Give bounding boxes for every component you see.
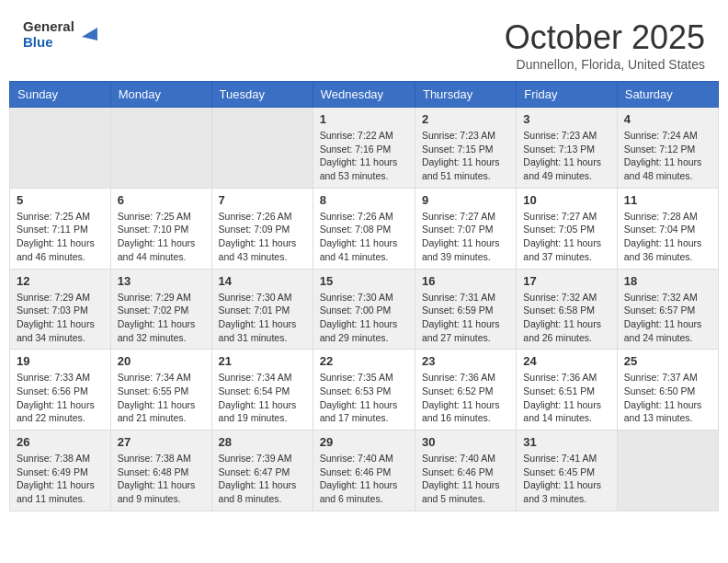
logo-blue: Blue xyxy=(23,34,74,50)
calendar-row: 1Sunrise: 7:22 AMSunset: 7:16 PMDaylight… xyxy=(10,108,719,189)
day-number: 26 xyxy=(17,435,104,449)
day-number: 30 xyxy=(422,435,509,449)
calendar-row: 26Sunrise: 7:38 AMSunset: 6:49 PMDayligh… xyxy=(10,431,719,511)
calendar-cell: 29Sunrise: 7:40 AMSunset: 6:46 PMDayligh… xyxy=(313,431,415,511)
day-info: Sunrise: 7:27 AMSunset: 7:07 PMDaylight:… xyxy=(422,210,509,264)
calendar-cell: 31Sunrise: 7:41 AMSunset: 6:45 PMDayligh… xyxy=(517,431,617,511)
day-info: Sunrise: 7:40 AMSunset: 6:46 PMDaylight:… xyxy=(422,452,509,506)
calendar-cell: 10Sunrise: 7:27 AMSunset: 7:05 PMDayligh… xyxy=(517,188,617,269)
day-number: 21 xyxy=(219,354,306,368)
day-number: 10 xyxy=(523,193,609,207)
calendar-cell: 17Sunrise: 7:32 AMSunset: 6:58 PMDayligh… xyxy=(517,269,617,350)
weekday-header: Thursday xyxy=(415,82,516,108)
calendar-cell: 14Sunrise: 7:30 AMSunset: 7:01 PMDayligh… xyxy=(211,269,313,350)
day-number: 25 xyxy=(624,354,711,368)
calendar-cell: 11Sunrise: 7:28 AMSunset: 7:04 PMDayligh… xyxy=(617,188,718,269)
day-number: 8 xyxy=(320,193,408,207)
day-number: 28 xyxy=(219,435,306,449)
calendar-cell: 22Sunrise: 7:35 AMSunset: 6:53 PMDayligh… xyxy=(313,350,415,431)
day-info: Sunrise: 7:33 AMSunset: 6:56 PMDaylight:… xyxy=(17,371,104,425)
day-info: Sunrise: 7:26 AMSunset: 7:09 PMDaylight:… xyxy=(219,210,306,264)
day-info: Sunrise: 7:32 AMSunset: 6:57 PMDaylight:… xyxy=(624,291,711,345)
day-info: Sunrise: 7:26 AMSunset: 7:08 PMDaylight:… xyxy=(320,210,408,264)
calendar-cell: 30Sunrise: 7:40 AMSunset: 6:46 PMDayligh… xyxy=(415,431,516,511)
logo-container: General Blue xyxy=(23,18,97,51)
calendar-cell: 26Sunrise: 7:38 AMSunset: 6:49 PMDayligh… xyxy=(10,431,111,511)
day-info: Sunrise: 7:38 AMSunset: 6:49 PMDaylight:… xyxy=(17,452,104,506)
calendar-row: 5Sunrise: 7:25 AMSunset: 7:11 PMDaylight… xyxy=(10,188,719,269)
calendar-cell: 24Sunrise: 7:36 AMSunset: 6:51 PMDayligh… xyxy=(517,350,617,431)
location: Dunnellon, Florida, United States xyxy=(505,57,705,72)
day-number: 18 xyxy=(624,274,711,288)
calendar-table: SundayMondayTuesdayWednesdayThursdayFrid… xyxy=(9,81,719,511)
day-number: 19 xyxy=(17,354,104,368)
day-number: 20 xyxy=(118,354,205,368)
day-number: 17 xyxy=(523,274,609,288)
day-number: 6 xyxy=(118,193,205,207)
calendar-cell: 21Sunrise: 7:34 AMSunset: 6:54 PMDayligh… xyxy=(211,350,313,431)
page-header: General Blue October 2025 Dunnellon, Flo… xyxy=(9,9,719,76)
day-number: 16 xyxy=(422,274,509,288)
calendar-cell: 8Sunrise: 7:26 AMSunset: 7:08 PMDaylight… xyxy=(313,188,415,269)
day-number: 1 xyxy=(320,112,408,126)
day-number: 22 xyxy=(320,354,408,368)
calendar-cell: 27Sunrise: 7:38 AMSunset: 6:48 PMDayligh… xyxy=(110,431,211,511)
day-info: Sunrise: 7:39 AMSunset: 6:47 PMDaylight:… xyxy=(219,452,306,506)
day-info: Sunrise: 7:38 AMSunset: 6:48 PMDaylight:… xyxy=(118,452,205,506)
calendar-cell: 16Sunrise: 7:31 AMSunset: 6:59 PMDayligh… xyxy=(415,269,516,350)
weekday-header: Sunday xyxy=(10,82,111,108)
calendar-cell: 2Sunrise: 7:23 AMSunset: 7:15 PMDaylight… xyxy=(415,108,516,189)
weekday-header: Wednesday xyxy=(313,82,415,108)
calendar-cell: 23Sunrise: 7:36 AMSunset: 6:52 PMDayligh… xyxy=(415,350,516,431)
day-info: Sunrise: 7:34 AMSunset: 6:55 PMDaylight:… xyxy=(118,371,205,425)
logo-general: General xyxy=(23,18,74,34)
day-info: Sunrise: 7:29 AMSunset: 7:02 PMDaylight:… xyxy=(118,291,205,345)
svg-marker-0 xyxy=(82,28,97,40)
calendar-cell: 7Sunrise: 7:26 AMSunset: 7:09 PMDaylight… xyxy=(211,188,313,269)
weekday-header: Monday xyxy=(110,82,211,108)
day-info: Sunrise: 7:25 AMSunset: 7:11 PMDaylight:… xyxy=(17,210,104,264)
calendar-cell: 18Sunrise: 7:32 AMSunset: 6:57 PMDayligh… xyxy=(617,269,718,350)
day-info: Sunrise: 7:28 AMSunset: 7:04 PMDaylight:… xyxy=(624,210,711,264)
calendar-cell: 20Sunrise: 7:34 AMSunset: 6:55 PMDayligh… xyxy=(110,350,211,431)
weekday-header: Tuesday xyxy=(211,82,313,108)
logo: General Blue xyxy=(23,18,97,51)
day-info: Sunrise: 7:30 AMSunset: 7:01 PMDaylight:… xyxy=(219,291,306,345)
day-info: Sunrise: 7:36 AMSunset: 6:51 PMDaylight:… xyxy=(523,371,609,425)
day-number: 23 xyxy=(422,354,509,368)
calendar-cell: 25Sunrise: 7:37 AMSunset: 6:50 PMDayligh… xyxy=(617,350,718,431)
day-number: 13 xyxy=(118,274,205,288)
calendar-cell: 9Sunrise: 7:27 AMSunset: 7:07 PMDaylight… xyxy=(415,188,516,269)
day-info: Sunrise: 7:23 AMSunset: 7:15 PMDaylight:… xyxy=(422,129,509,183)
day-number: 3 xyxy=(523,112,609,126)
calendar-cell: 5Sunrise: 7:25 AMSunset: 7:11 PMDaylight… xyxy=(10,188,111,269)
day-number: 12 xyxy=(17,274,104,288)
logo-arrow-icon xyxy=(77,20,97,40)
day-number: 2 xyxy=(422,112,509,126)
day-info: Sunrise: 7:30 AMSunset: 7:00 PMDaylight:… xyxy=(320,291,408,345)
day-number: 9 xyxy=(422,193,509,207)
calendar-cell: 13Sunrise: 7:29 AMSunset: 7:02 PMDayligh… xyxy=(110,269,211,350)
month-title: October 2025 xyxy=(505,18,705,57)
calendar-cell: 12Sunrise: 7:29 AMSunset: 7:03 PMDayligh… xyxy=(10,269,111,350)
day-info: Sunrise: 7:23 AMSunset: 7:13 PMDaylight:… xyxy=(523,129,609,183)
calendar-row: 12Sunrise: 7:29 AMSunset: 7:03 PMDayligh… xyxy=(10,269,719,350)
day-info: Sunrise: 7:31 AMSunset: 6:59 PMDaylight:… xyxy=(422,291,509,345)
day-number: 7 xyxy=(219,193,306,207)
day-number: 5 xyxy=(17,193,104,207)
calendar-cell xyxy=(110,108,211,189)
day-number: 24 xyxy=(523,354,609,368)
calendar-cell: 28Sunrise: 7:39 AMSunset: 6:47 PMDayligh… xyxy=(211,431,313,511)
day-number: 11 xyxy=(624,193,711,207)
calendar-cell: 15Sunrise: 7:30 AMSunset: 7:00 PMDayligh… xyxy=(313,269,415,350)
calendar-cell xyxy=(617,431,718,511)
title-section: October 2025 Dunnellon, Florida, United … xyxy=(505,18,705,72)
day-info: Sunrise: 7:41 AMSunset: 6:45 PMDaylight:… xyxy=(523,452,609,506)
calendar-cell: 6Sunrise: 7:25 AMSunset: 7:10 PMDaylight… xyxy=(110,188,211,269)
day-info: Sunrise: 7:29 AMSunset: 7:03 PMDaylight:… xyxy=(17,291,104,345)
day-info: Sunrise: 7:24 AMSunset: 7:12 PMDaylight:… xyxy=(624,129,711,183)
day-info: Sunrise: 7:32 AMSunset: 6:58 PMDaylight:… xyxy=(523,291,609,345)
calendar-cell xyxy=(211,108,313,189)
logo-text-block: General Blue xyxy=(23,18,74,51)
day-number: 14 xyxy=(219,274,306,288)
